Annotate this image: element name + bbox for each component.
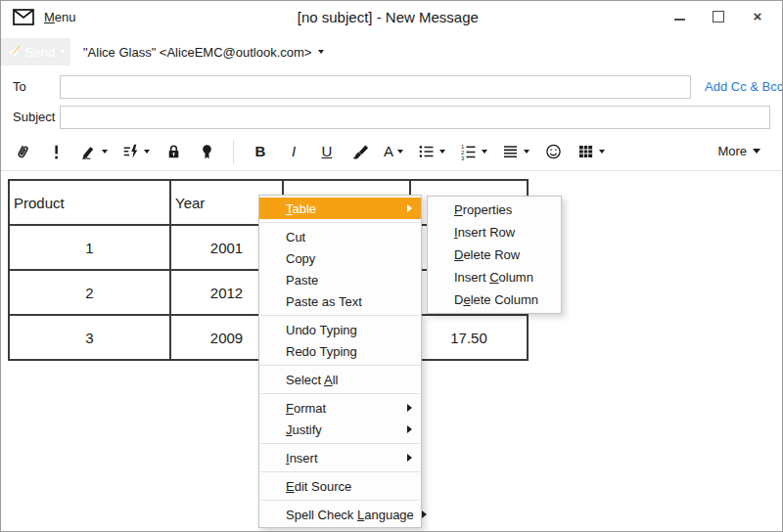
submenu-arrow-icon xyxy=(407,454,412,462)
menu-item-undo-typing[interactable]: Undo Typing xyxy=(259,319,421,340)
quick-text-icon xyxy=(121,143,140,160)
paperclip-icon xyxy=(14,143,32,160)
send-button[interactable]: Send xyxy=(1,38,70,66)
menu-item-label: Select All xyxy=(286,373,412,387)
chevron-down-icon xyxy=(397,150,403,154)
font-color-button[interactable]: A xyxy=(382,139,405,164)
menu-item-label: Properties xyxy=(454,202,552,217)
format-painter-icon xyxy=(351,143,370,160)
lock-icon xyxy=(164,143,183,160)
encrypt-button[interactable] xyxy=(161,139,185,164)
submenu-item-insert-row[interactable]: Insert Row xyxy=(428,221,561,244)
table-header-cell[interactable]: Product xyxy=(9,180,170,225)
svg-text:3: 3 xyxy=(461,155,465,160)
menu-item-justify[interactable]: Justify xyxy=(259,419,421,440)
menu-separator xyxy=(260,365,420,366)
signature-pen-icon xyxy=(79,143,98,160)
menu-item-table[interactable]: Table xyxy=(259,198,421,219)
from-caret-icon xyxy=(318,50,324,54)
menu-item-redo-typing[interactable]: Redo Typing xyxy=(259,340,421,362)
table-cell[interactable]: 3 xyxy=(9,315,170,360)
more-button[interactable]: More xyxy=(712,143,766,159)
subject-row: Subject xyxy=(1,102,782,132)
font-color-button-glyph: A xyxy=(384,144,393,158)
submenu-item-delete-row[interactable]: Delete Row xyxy=(428,244,561,266)
insert-table-button[interactable] xyxy=(575,139,607,164)
menu-item-label: Paste as Text xyxy=(286,294,412,309)
submenu-arrow-icon xyxy=(407,425,412,433)
new-message-window: Menu [no subject] - New Message × Send "… xyxy=(0,0,783,532)
menu-separator xyxy=(260,500,420,501)
submenu-item-properties[interactable]: Properties xyxy=(428,199,561,221)
menu-item-label: Copy xyxy=(286,251,412,266)
menu-item-copy[interactable]: Copy xyxy=(259,247,421,269)
send-caret-icon xyxy=(60,50,66,54)
menu-item-label: Delete Row xyxy=(454,247,552,262)
sign-button[interactable] xyxy=(195,139,218,164)
menu-item-paste[interactable]: Paste xyxy=(259,269,421,290)
chevron-down-icon xyxy=(144,150,150,154)
close-icon[interactable]: × xyxy=(751,10,764,23)
menu-item-format[interactable]: Format xyxy=(259,397,421,419)
more-caret-icon xyxy=(753,149,760,154)
menu-item-label: Format xyxy=(286,401,399,416)
menu-separator xyxy=(260,471,420,472)
italic-button-glyph: I xyxy=(292,144,296,158)
menu-item-label: Cut xyxy=(286,230,412,244)
numbered-list-icon: 123 xyxy=(459,143,478,160)
importance-button[interactable] xyxy=(44,139,68,164)
bullet-list-button[interactable] xyxy=(415,139,447,164)
menu-item-edit-source[interactable]: Edit Source xyxy=(259,475,421,497)
menu-button[interactable]: Menu xyxy=(44,10,76,24)
table-cell[interactable]: 17.50 xyxy=(410,315,528,360)
chevron-down-icon xyxy=(439,150,445,154)
emoji-button[interactable] xyxy=(541,139,565,164)
quick-text-button[interactable] xyxy=(119,139,152,164)
numbered-list-button[interactable]: 123 xyxy=(457,139,489,164)
emoji-icon xyxy=(544,143,563,160)
to-input[interactable] xyxy=(60,75,691,99)
window-controls: × xyxy=(672,10,770,23)
menu-item-label: Insert xyxy=(286,451,399,466)
italic-button[interactable]: I xyxy=(282,139,305,164)
add-cc-bcc-link[interactable]: Add Cc & Bcc xyxy=(705,79,783,94)
subject-input[interactable] xyxy=(60,106,770,129)
from-account-selector[interactable]: "Alice Glass" <AliceEMC@outlook.com> xyxy=(83,45,324,60)
menu-item-paste-as-text[interactable]: Paste as Text xyxy=(259,290,421,312)
send-label: Send xyxy=(25,45,55,60)
menu-item-label: Insert Column xyxy=(454,270,552,285)
menu-separator xyxy=(260,443,420,444)
menu-separator xyxy=(260,315,420,316)
to-row: To Add Cc & Bcc xyxy=(1,71,782,102)
from-account-label: "Alice Glass" <AliceEMC@outlook.com> xyxy=(83,45,311,60)
envelope-icon xyxy=(13,9,34,25)
bold-button-glyph: B xyxy=(255,144,266,158)
attach-button[interactable] xyxy=(11,139,34,164)
table-submenu: PropertiesInsert RowDelete RowInsert Col… xyxy=(427,196,562,314)
align-icon xyxy=(501,143,520,160)
minimize-icon[interactable] xyxy=(672,10,686,23)
table-cell[interactable]: 1 xyxy=(9,225,170,270)
exclamation-icon xyxy=(47,143,66,160)
menu-separator xyxy=(260,222,420,223)
maximize-icon[interactable] xyxy=(712,10,725,23)
menu-item-label: Paste xyxy=(286,273,412,288)
submenu-arrow-icon xyxy=(422,510,427,518)
submenu-item-insert-column[interactable]: Insert Column xyxy=(428,266,561,288)
table-cell[interactable]: 2 xyxy=(9,270,170,315)
underline-button[interactable]: U xyxy=(315,139,339,164)
format-painter-button[interactable] xyxy=(348,139,372,164)
menu-item-select-all[interactable]: Select All xyxy=(259,369,421,390)
menu-item-spell-check-language[interactable]: Spell Check Language xyxy=(259,504,421,525)
menu-item-label: Justify xyxy=(286,422,399,437)
menu-item-cut[interactable]: Cut xyxy=(259,226,421,247)
signature-button[interactable] xyxy=(77,139,110,164)
bold-button[interactable]: B xyxy=(249,139,272,164)
submenu-item-delete-column[interactable]: Delete Column xyxy=(428,288,561,311)
menu-item-insert[interactable]: Insert xyxy=(259,447,421,468)
align-button[interactable] xyxy=(499,139,531,164)
chevron-down-icon xyxy=(102,150,108,154)
underline-button-glyph: U xyxy=(322,144,333,158)
chevron-down-icon xyxy=(482,150,487,154)
menu-item-label: Spell Check Language xyxy=(286,508,414,522)
